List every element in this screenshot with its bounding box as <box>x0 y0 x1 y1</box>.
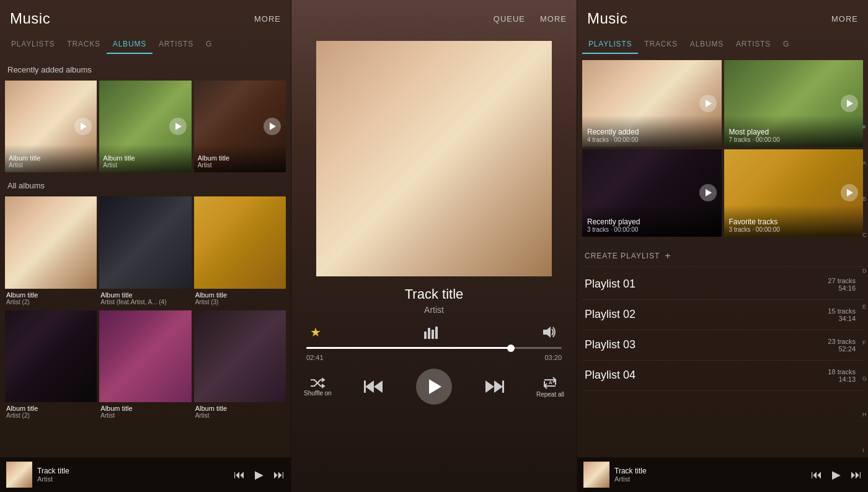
album-4-title: Album title <box>6 405 95 412</box>
favorite-icon[interactable]: ★ <box>310 325 321 340</box>
album-1[interactable]: Album title Artist (2) <box>5 196 97 307</box>
volume-icon[interactable] <box>542 325 558 339</box>
all-albums-grid: Album title Artist (2) Album title Artis… <box>5 196 286 421</box>
tab-tracks-left[interactable]: TRACKS <box>61 35 106 53</box>
playlist-1-duration: 54:16 <box>828 284 856 292</box>
alpha-f[interactable]: F <box>862 340 867 347</box>
right-panel: Music MORE PLAYLISTS TRACKS ALBUMS ARTIS… <box>577 0 868 492</box>
next-skip-icon-right[interactable]: ⏭ <box>851 468 862 481</box>
tab-albums-right[interactable]: ALBUMS <box>684 35 730 53</box>
alpha-c[interactable]: C <box>862 232 867 239</box>
right-panel-title: Music <box>587 10 627 27</box>
right-more-button[interactable]: MORE <box>831 14 858 24</box>
playlist-card-recently-played[interactable]: Recently played 3 tracks · 00:00:00 <box>582 149 722 236</box>
play-pause-icon-left[interactable]: ▶ <box>255 468 264 481</box>
recent-album-3[interactable]: Album title Artist <box>194 81 286 172</box>
playlist-4-duration: 14:13 <box>828 376 856 383</box>
alpha-hash[interactable]: # <box>862 124 867 131</box>
alpha-b[interactable]: B <box>862 196 867 203</box>
playlist-card-recently-played-play[interactable] <box>699 184 717 201</box>
playlist-card-favorite-meta: 3 tracks · 00:00:00 <box>729 226 859 233</box>
recent-album-1[interactable]: Album title Artist <box>5 81 97 172</box>
tab-genre-right[interactable]: G <box>777 35 795 53</box>
playlist-card-recently-added-title: Recently added <box>587 128 717 136</box>
playlist-card-favorite-title: Favorite tracks <box>729 217 859 226</box>
recent-album-3-play[interactable] <box>264 118 281 135</box>
player-icons-row: ★ <box>291 322 577 342</box>
next-button[interactable] <box>484 379 504 395</box>
alpha-h[interactable]: H <box>862 411 867 419</box>
playlist-row-2[interactable]: Playlist 02 15 tracks 34:14 <box>582 300 863 330</box>
playlist-card-recently-added-play[interactable] <box>699 95 717 112</box>
playlist-row-1[interactable]: Playlist 01 27 tracks 54:16 <box>582 270 863 300</box>
progress-container[interactable] <box>291 347 577 349</box>
svg-rect-1 <box>428 328 430 339</box>
playlist-row-3[interactable]: Playlist 03 23 tracks 52:24 <box>582 330 863 361</box>
album-5[interactable]: Album title Artist <box>99 310 191 421</box>
repeat-label: Repeat all <box>536 391 564 398</box>
play-pause-icon-right[interactable]: ▶ <box>832 468 841 481</box>
album-3[interactable]: Album title Artist (3) <box>194 196 286 307</box>
playlist-card-favorite-play[interactable] <box>841 184 858 201</box>
album-4[interactable]: Album title Artist (2) <box>5 310 97 421</box>
create-playlist-button[interactable]: CREATE PLAYLIST + <box>582 245 863 267</box>
album-2[interactable]: Album title Artist (feat.Artist, A... (4… <box>99 196 191 307</box>
next-skip-icon-left[interactable]: ⏭ <box>273 468 285 481</box>
progress-bar[interactable] <box>306 347 562 349</box>
album-3-title: Album title <box>195 291 285 299</box>
recent-album-2[interactable]: Album title Artist <box>99 81 191 172</box>
alpha-d[interactable]: D <box>862 268 867 275</box>
tab-tracks-right[interactable]: TRACKS <box>638 35 683 53</box>
recent-album-2-artist: Artist <box>103 162 187 169</box>
recent-album-1-artist: Artist <box>9 162 93 169</box>
alpha-e[interactable]: E <box>862 304 867 311</box>
tab-albums-left[interactable]: ALBUMS <box>107 35 153 53</box>
svg-rect-7 <box>364 380 366 393</box>
alpha-i[interactable]: I <box>862 447 867 455</box>
album-3-artist: Artist (3) <box>195 299 285 305</box>
svg-rect-3 <box>435 327 438 339</box>
recent-album-3-artist: Artist <box>198 162 282 169</box>
playlist-row-4[interactable]: Playlist 04 18 tracks 14:13 <box>582 361 863 391</box>
playlist-3-duration: 52:24 <box>828 345 856 353</box>
album-5-artist: Artist <box>100 412 190 419</box>
playback-controls: Shuffle on A Repeat all <box>291 364 577 407</box>
mini-title-left: Track title <box>37 467 229 475</box>
playlist-card-most-played[interactable]: Most played 7 tracks · 00:00:00 <box>724 60 864 147</box>
left-panel-title: Music <box>10 10 50 27</box>
center-panel: QUEUE MORE Track title Artist ★ 02:41 03… <box>291 0 577 492</box>
prev-skip-icon-right[interactable]: ⏮ <box>811 468 822 481</box>
prev-button[interactable] <box>364 379 384 395</box>
playlist-card-favorite[interactable]: Favorite tracks 3 tracks · 00:00:00 <box>724 149 864 236</box>
shuffle-control[interactable]: Shuffle on <box>304 377 332 397</box>
playlist-card-recently-added[interactable]: Recently added 4 tracks · 00:00:00 <box>582 60 722 147</box>
album-2-title: Album title <box>100 291 190 299</box>
repeat-control[interactable]: A Repeat all <box>536 376 564 398</box>
shuffle-icon <box>309 377 326 389</box>
left-more-button[interactable]: MORE <box>254 14 281 24</box>
album-6-artist: Artist <box>195 412 285 419</box>
equalizer-icon[interactable] <box>423 325 440 339</box>
tab-artists-right[interactable]: ARTISTS <box>730 35 777 53</box>
alpha-a[interactable]: A <box>862 160 867 167</box>
tab-genre-left[interactable]: G <box>200 35 218 53</box>
recent-album-1-title: Album title <box>9 154 93 162</box>
tab-artists-left[interactable]: ARTISTS <box>153 35 200 53</box>
tab-playlists-right[interactable]: PLAYLISTS <box>582 35 638 53</box>
playlist-card-most-played-play[interactable] <box>841 95 858 112</box>
play-button-center[interactable] <box>416 369 452 405</box>
progress-fill <box>306 347 511 349</box>
play-icon <box>706 100 712 107</box>
tab-playlists-left[interactable]: PLAYLISTS <box>5 35 61 53</box>
playlist-4-name: Playlist 04 <box>585 369 828 382</box>
alpha-g[interactable]: G <box>862 376 867 383</box>
playlist-cards-grid: Recently added 4 tracks · 00:00:00 Most … <box>582 60 863 237</box>
prev-skip-icon-left[interactable]: ⏮ <box>234 468 245 481</box>
recent-album-2-play[interactable] <box>169 118 187 135</box>
center-more-button[interactable]: MORE <box>540 14 567 24</box>
album-6[interactable]: Album title Artist <box>194 310 286 421</box>
album-6-title: Album title <box>195 405 285 412</box>
playlist-3-tracks: 23 tracks <box>828 338 856 345</box>
queue-button[interactable]: QUEUE <box>494 14 525 24</box>
recent-album-1-play[interactable] <box>74 118 92 135</box>
